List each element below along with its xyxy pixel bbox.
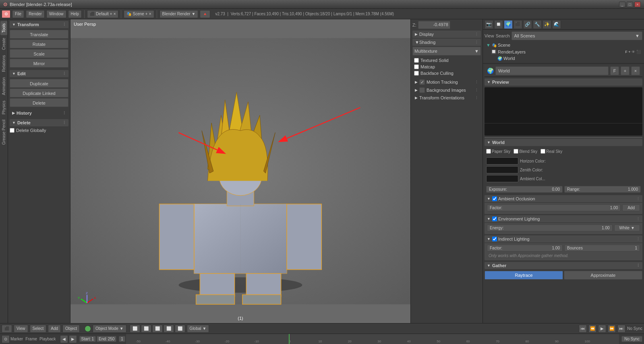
view-menu-btn[interactable]: View (14, 325, 28, 333)
delete-btn[interactable]: Delete (10, 98, 68, 107)
maximize-btn[interactable]: □ (627, 2, 633, 7)
props-tab-particles[interactable]: ✨ (543, 20, 551, 29)
tab-create[interactable]: Create (0, 35, 7, 52)
ao-header[interactable]: ▼ Ambient Occlusion ⋮ (485, 195, 642, 202)
delete-section-header[interactable]: ▼ Delete ⋮ (10, 119, 68, 126)
env-lighting-header[interactable]: ▼ Environment Lighting ⋮ (485, 215, 642, 222)
viewport[interactable]: User Persp (70, 19, 410, 323)
scale-btn[interactable]: Scale (10, 49, 68, 58)
tl-end-field[interactable]: End: 250 (97, 336, 116, 342)
edit-section-header[interactable]: ▼ Edit ⋮ (10, 70, 68, 77)
duplicate-btn[interactable]: Duplicate (10, 79, 68, 88)
transform-orientations-row[interactable]: ▶ Transform Orientations ⋮ (412, 94, 481, 101)
props-tab-layers[interactable]: 🔲 (494, 20, 503, 29)
shading-header[interactable]: ▼ Shading ⋮ (412, 39, 481, 46)
gather-raytrace-btn[interactable]: Raytrace (485, 271, 563, 280)
paper-sky-checkbox[interactable] (486, 149, 491, 154)
indirect-bounces-field[interactable]: Bounces 1 (564, 245, 640, 251)
play-prev-btn[interactable]: ⏪ (588, 325, 596, 333)
ao-enabled-checkbox[interactable] (492, 196, 497, 201)
props-tab-render[interactable]: 📷 (485, 20, 493, 29)
object-menu-btn[interactable]: Object (62, 325, 80, 333)
tl-current-frame[interactable]: 1 (119, 336, 125, 342)
tl-play-forward[interactable]: ▶ (69, 335, 77, 343)
indirect-lighting-header[interactable]: ▼ Indirect Lighting ⋮ (485, 235, 642, 243)
tl-menu-btn[interactable]: Marker (10, 337, 23, 341)
ao-factor-field[interactable]: Factor: 1.00 (487, 204, 621, 211)
indirect-factor-field[interactable]: Factor: 1.00 (487, 245, 563, 251)
scene-dropdown[interactable]: 🎭 Scene + × (124, 10, 154, 18)
ambient-color-swatch[interactable] (486, 175, 518, 182)
vp-btn-1[interactable]: ⬜ (130, 325, 140, 333)
mirror-btn[interactable]: Mirror (10, 59, 68, 68)
play-first-btn[interactable]: ⏮ (579, 325, 587, 333)
vp-btn-4[interactable]: ⬜ (164, 325, 174, 333)
gather-approximate-btn[interactable]: Approximate (564, 271, 642, 280)
vp-btn-5[interactable]: ⬜ (175, 325, 185, 333)
play-next-btn[interactable]: ⏩ (608, 325, 616, 333)
zenith-color-swatch[interactable] (486, 166, 518, 173)
env-enabled-checkbox[interactable] (492, 216, 497, 221)
tl-no-sync[interactable]: No Sync (621, 336, 642, 342)
tl-frame-btn[interactable]: Frame (25, 337, 37, 341)
textured-solid-checkbox[interactable] (414, 58, 419, 63)
gather-header[interactable]: ▼ Gather ⋮ (485, 262, 642, 269)
select-menu-btn[interactable]: Select (30, 325, 47, 333)
render-icon-btn[interactable]: 🔺 (200, 10, 210, 18)
duplicate-linked-btn[interactable]: Duplicate Linked (10, 89, 68, 97)
tl-start-field[interactable]: Start: 1 (79, 336, 96, 342)
tree-item-world[interactable]: 🌍 World (485, 55, 642, 62)
play-last-btn[interactable]: ⏭ (617, 325, 625, 333)
blend-sky-opt[interactable]: Blend Sky (514, 149, 537, 154)
env-energy-field[interactable]: Energy: 1.00 (487, 225, 613, 231)
env-color-btn[interactable]: White ▼ (614, 225, 640, 231)
preview-header[interactable]: ▼ Preview (485, 78, 642, 86)
tab-grease-pencil[interactable]: Grease Pencil (0, 117, 7, 147)
ao-add-btn[interactable]: Add (622, 204, 640, 211)
paper-sky-opt[interactable]: Paper Sky (486, 149, 510, 154)
window-controls[interactable]: _ □ × (619, 2, 641, 7)
tab-physics[interactable]: Physics (0, 98, 7, 117)
tree-item-scene[interactable]: ▼ 🎭 Scene (485, 42, 642, 48)
display-header[interactable]: ▶ Display ⋮ (412, 31, 481, 38)
tab-relations[interactable]: Relations (0, 53, 7, 74)
file-menu[interactable]: File (12, 10, 24, 18)
translate-btn[interactable]: Translate (10, 30, 68, 39)
all-scenes-dropdown[interactable]: All Scenes ▼ (511, 31, 642, 40)
shading-mode-dropdown[interactable]: Multitexture ▼ (412, 47, 481, 56)
background-images-row[interactable]: ▶ Background Images ⋮ (412, 86, 481, 94)
tree-item-renderlayers[interactable]: 🔲 RenderLayers F + 👁 ⬛ (485, 48, 642, 55)
close-btn[interactable]: × (634, 2, 641, 7)
history-section-header[interactable]: ▶ History ⋮ (10, 109, 68, 117)
tab-tools[interactable]: Tools (0, 21, 7, 35)
props-tab-world[interactable]: 🌍 (504, 20, 513, 29)
transform-section-header[interactable]: ▼ Transform ⋮ (10, 21, 68, 28)
workspace-dropdown[interactable]: ⬛ Default + × (87, 10, 118, 18)
world-add-btn[interactable]: + (621, 66, 630, 75)
play-btn[interactable]: ▶ (598, 325, 606, 333)
tab-animation[interactable]: Animation (0, 75, 7, 97)
vp-btn-3[interactable]: ⬜ (152, 325, 163, 333)
exposure-field[interactable]: Exposure: 0.00 (486, 186, 563, 193)
horizon-color-swatch[interactable] (486, 157, 518, 165)
render-engine-dropdown[interactable]: Blender Render ▼ (159, 10, 199, 18)
tl-play-reverse[interactable]: ◀ (60, 335, 68, 343)
vp-btn-2[interactable]: ⬜ (141, 325, 151, 333)
object-mode-dropdown[interactable]: Object Mode ▼ (93, 325, 126, 333)
tl-icon-btn[interactable]: ⊙ (2, 335, 10, 343)
range-field[interactable]: Range: 1.000 (564, 186, 641, 193)
world-section-header[interactable]: ▼ World (485, 139, 642, 146)
tl-playback-btn[interactable]: Playback (39, 337, 56, 341)
props-tab-physics[interactable]: 🌊 (552, 20, 561, 29)
timeline-scale[interactable]: -50 -40 -30 -20 -10 0 10 20 30 40 50 60 … (126, 334, 619, 344)
props-tab-constraint[interactable]: 🔗 (523, 20, 532, 29)
backface-culling-checkbox[interactable] (414, 71, 419, 76)
real-sky-checkbox[interactable] (540, 149, 545, 154)
matcap-checkbox[interactable] (414, 64, 419, 69)
indirect-enabled-checkbox[interactable] (492, 237, 497, 241)
world-browse-btn[interactable]: F (610, 66, 619, 75)
window-menu[interactable]: Window (46, 10, 66, 18)
world-name-field[interactable]: World (495, 66, 609, 75)
motion-tracking-row[interactable]: ▶ ✓ Motion Tracking ⋮ (412, 78, 481, 86)
blend-sky-checkbox[interactable] (514, 149, 518, 154)
